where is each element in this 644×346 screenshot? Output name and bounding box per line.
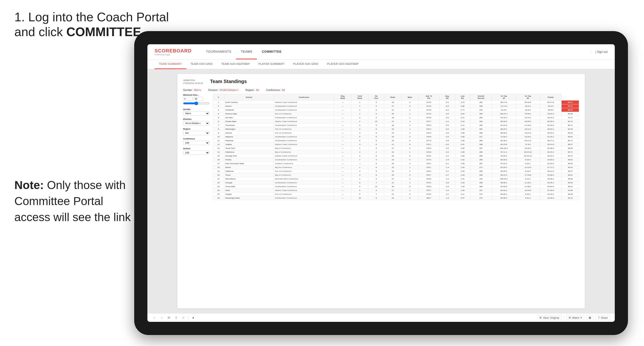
table-cell: 203 bbox=[470, 108, 492, 112]
table-cell: 13-24-1 bbox=[516, 135, 540, 139]
table-cell: 5 bbox=[351, 192, 368, 196]
table-cell: 11-19-0 bbox=[516, 124, 540, 127]
side-filters: Minimum Rou... Gender Men's Women' bbox=[183, 94, 210, 200]
sub-nav-team-h2h-heatmap[interactable]: TEAM H2H HEATMAP bbox=[217, 60, 254, 69]
table-cell: 274.2 bbox=[418, 112, 439, 116]
toolbar-refresh-icon[interactable]: ⟳ bbox=[166, 315, 171, 320]
min-rounds-slider[interactable] bbox=[183, 101, 210, 105]
col-avg-sg[interactable]: Avg.SG bbox=[439, 94, 455, 101]
table-row: 22GeorgiaSoutheastern Conference—8721127… bbox=[213, 181, 579, 185]
table-cell: 260 bbox=[470, 104, 492, 108]
table-cell: 4 bbox=[402, 120, 418, 124]
col-rnds[interactable]: Rnds bbox=[384, 94, 402, 101]
gender-select[interactable]: Men's Women's bbox=[183, 111, 210, 116]
table-cell: 109-24-2 bbox=[492, 177, 516, 181]
table-cell: 59-41-4 bbox=[492, 173, 516, 177]
table-cell: 277.0 bbox=[418, 139, 439, 143]
table-cell: 23 bbox=[384, 166, 402, 170]
division-select[interactable]: NCAA Division I NCAA Division II NCAA Di… bbox=[183, 121, 210, 125]
table-cell: -6.0 bbox=[439, 104, 455, 108]
sub-nav-team-h2h-grid[interactable]: TEAM H2H GRID bbox=[186, 60, 217, 69]
table-cell: Mississippi State bbox=[224, 196, 274, 200]
col-adj-to-par[interactable]: Adj. ToPar bbox=[418, 94, 439, 101]
table-cell: Alabama bbox=[224, 135, 274, 139]
table-cell: 9 bbox=[368, 104, 384, 108]
table-cell: Southeastern Conference bbox=[274, 158, 334, 162]
table-cell: 268 bbox=[470, 139, 492, 143]
table-cell: 83-15-0 bbox=[492, 143, 516, 147]
view-original-button[interactable]: 👁 View: Original bbox=[537, 315, 561, 320]
col-conference[interactable]: Conference bbox=[274, 94, 334, 101]
toolbar-bookmark-icon[interactable]: ☆ bbox=[181, 315, 186, 320]
conference-select[interactable]: (All) bbox=[183, 141, 210, 145]
min-rounds-max-input[interactable] bbox=[194, 97, 203, 101]
sub-nav-player-summary[interactable]: PLAYER SUMMARY bbox=[254, 60, 289, 69]
table-cell: 2.20 bbox=[455, 120, 470, 124]
table-cell: Arkansas bbox=[224, 139, 274, 143]
region-select[interactable]: N/A East West bbox=[183, 131, 210, 135]
sub-nav-player-h2h-heatmap[interactable]: PLAYER H2H HEATMAP bbox=[323, 60, 363, 69]
table-cell: 6 bbox=[402, 154, 418, 158]
col-wins[interactable]: Wins bbox=[402, 94, 418, 101]
table-cell: 59-39-1 bbox=[492, 181, 516, 185]
col-conf-rank[interactable]: ConfRank bbox=[351, 94, 368, 101]
table-cell: 21 bbox=[384, 108, 402, 112]
table-cell: Vanderbilt bbox=[224, 108, 274, 112]
table-cell: 60-26-2 bbox=[540, 120, 562, 124]
table-cell: -0.7 bbox=[439, 173, 455, 177]
col-no-tour[interactable]: NoTour bbox=[368, 94, 384, 101]
col-points[interactable]: Points bbox=[540, 94, 562, 101]
table-cell: 48.56 bbox=[562, 162, 579, 166]
sub-nav-player-h2h-grid[interactable]: PLAYER H2H GRID bbox=[289, 60, 323, 69]
share-button[interactable]: ⇧ Share bbox=[596, 315, 610, 320]
table-cell: -6.0 bbox=[439, 143, 455, 147]
table-cell: -6.0 bbox=[439, 127, 455, 131]
table-cell: 9 bbox=[368, 101, 384, 104]
sub-nav-team-summary[interactable]: TEAM SUMMARY bbox=[154, 60, 186, 69]
table-cell: Washington bbox=[224, 127, 274, 131]
toolbar-separator-1 bbox=[188, 315, 188, 320]
table-cell: 68.57 bbox=[562, 143, 579, 147]
school-select[interactable]: (All) bbox=[183, 151, 210, 155]
table-cell: 27 bbox=[384, 147, 402, 150]
table-cell: — bbox=[334, 116, 351, 120]
table-row: 7TennesseeSoutheastern Conference—461822… bbox=[213, 124, 579, 127]
nav-teams[interactable]: TEAMS bbox=[236, 44, 257, 59]
table-cell: 30-4-0 bbox=[516, 104, 540, 108]
table-cell: Ole Miss bbox=[224, 116, 274, 120]
table-cell: 2 bbox=[351, 120, 368, 124]
table-cell: 265 bbox=[470, 112, 492, 116]
table-row: 15Georgia TechAtlantic Coast Conference—… bbox=[213, 154, 579, 158]
conference-filter-group: Conference (All) bbox=[183, 138, 210, 145]
nav-committee[interactable]: COMMITTEE bbox=[257, 44, 286, 59]
col-low-rd[interactable]: LowRd. bbox=[455, 94, 470, 101]
table-cell: 9-19-1 bbox=[516, 192, 540, 196]
min-rounds-min-input[interactable] bbox=[183, 97, 193, 101]
col-reg-rank[interactable]: RegRank bbox=[334, 94, 351, 101]
table-cell: 21 bbox=[384, 143, 402, 147]
nav-tournaments[interactable]: TOURNAMENTS bbox=[201, 44, 236, 59]
watch-button[interactable]: 👁 Watch ▾ bbox=[566, 315, 584, 320]
table-cell: 59.47 bbox=[562, 154, 579, 158]
col-vs-top-25[interactable]: Vs Top25 bbox=[492, 94, 516, 101]
table-cell: Pac-12 Conference bbox=[274, 131, 334, 135]
toolbar-share-icon[interactable]: ⇧ bbox=[174, 315, 178, 320]
col-school[interactable]: School bbox=[224, 94, 274, 101]
table-row: 9ArizonaPac-12 Conference—38223276.3-4.6… bbox=[213, 131, 579, 135]
table-cell: 279.5 bbox=[418, 177, 439, 181]
table-cell: 1 bbox=[213, 101, 224, 104]
table-cell: 276.3 bbox=[418, 127, 439, 131]
toolbar-clock-icon[interactable]: ● bbox=[191, 315, 196, 320]
table-cell: 80.73 bbox=[562, 120, 579, 124]
table-cell: 59-6-0 bbox=[540, 108, 562, 112]
col-overall-record[interactable]: OverallRecord bbox=[470, 94, 492, 101]
sign-out-button[interactable]: | Sign out bbox=[590, 50, 608, 54]
table-row: 4Arizona StatePac-12 Conference—18261274… bbox=[213, 112, 579, 116]
logo-area: SCOREBOARD Powered by clippd bbox=[154, 48, 192, 56]
col-vs-top-50[interactable]: Vs Top50 bbox=[516, 94, 540, 101]
toolbar-forward-icon[interactable]: → bbox=[160, 315, 164, 320]
toolbar-back-icon[interactable]: ← bbox=[152, 315, 157, 320]
table-cell: 17-33-8 bbox=[516, 173, 540, 177]
copy-button[interactable]: ▦ bbox=[586, 315, 593, 320]
table-cell: 269 bbox=[470, 173, 492, 177]
